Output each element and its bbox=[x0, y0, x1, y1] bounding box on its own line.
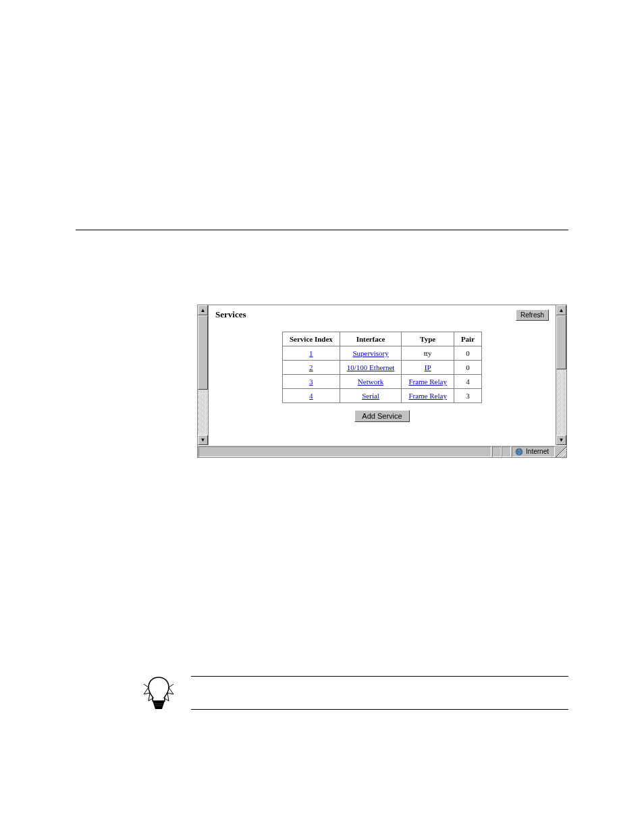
table-header-row: Service Index Interface Type Pair bbox=[282, 332, 481, 346]
status-text: Internet bbox=[526, 448, 549, 455]
services-table: Service Index Interface Type Pair 1 Supe… bbox=[282, 332, 482, 403]
refresh-button[interactable]: Refresh bbox=[516, 309, 549, 321]
pair-cell: 3 bbox=[466, 392, 470, 400]
pair-cell: 4 bbox=[466, 377, 470, 386]
type-link[interactable]: IP bbox=[425, 363, 431, 371]
note-rule-lines bbox=[191, 676, 568, 710]
status-cell bbox=[492, 446, 502, 457]
interface-link[interactable]: Supervisory bbox=[353, 349, 389, 357]
type-link[interactable]: Frame Relay bbox=[408, 377, 447, 386]
main-panel: Services Refresh Service Index Interface… bbox=[209, 305, 556, 445]
status-cell bbox=[502, 446, 511, 457]
pair-cell: 0 bbox=[466, 363, 470, 371]
interface-link[interactable]: 10/100 Ethernet bbox=[347, 363, 395, 371]
add-service-button[interactable]: Add Service bbox=[354, 410, 409, 422]
header-service-index: Service Index bbox=[282, 332, 340, 346]
svg-marker-2 bbox=[153, 701, 165, 709]
service-index-link[interactable]: 3 bbox=[309, 377, 313, 386]
scroll-down-icon[interactable]: ▼ bbox=[556, 435, 566, 445]
table-row: 1 Supervisory tty 0 bbox=[282, 346, 481, 361]
status-internet: Internet bbox=[512, 446, 555, 457]
scroll-track[interactable] bbox=[198, 315, 208, 435]
lightbulb-icon bbox=[140, 674, 178, 711]
service-index-link[interactable]: 2 bbox=[309, 363, 313, 371]
section-title: Services bbox=[215, 309, 246, 320]
interface-link[interactable]: Network bbox=[358, 377, 384, 386]
table-row: 4 Serial Frame Relay 3 bbox=[282, 389, 481, 403]
status-spacer bbox=[198, 446, 491, 457]
table-row: 3 Network Frame Relay 4 bbox=[282, 375, 481, 389]
resize-grip-icon[interactable] bbox=[556, 446, 566, 457]
pair-cell: 0 bbox=[466, 349, 470, 357]
divider-top bbox=[76, 230, 568, 230]
interface-link[interactable]: Serial bbox=[362, 392, 379, 400]
right-scrollbar[interactable]: ▲ ▼ bbox=[556, 305, 566, 445]
note-section bbox=[76, 674, 568, 711]
header-interface: Interface bbox=[340, 332, 402, 346]
scroll-up-icon[interactable]: ▲ bbox=[198, 305, 208, 315]
type-link[interactable]: Frame Relay bbox=[408, 392, 447, 400]
scroll-thumb[interactable] bbox=[198, 315, 208, 390]
type-cell: tty bbox=[424, 349, 432, 357]
scroll-down-icon[interactable]: ▼ bbox=[198, 435, 208, 445]
header-pair: Pair bbox=[454, 332, 481, 346]
status-bar: Internet bbox=[198, 445, 566, 457]
header-type: Type bbox=[402, 332, 454, 346]
service-index-link[interactable]: 1 bbox=[309, 349, 313, 357]
left-scrollbar[interactable]: ▲ ▼ bbox=[198, 305, 209, 445]
scroll-track[interactable] bbox=[556, 315, 566, 435]
services-window: ▲ ▼ Services Refresh Service Index bbox=[197, 305, 567, 458]
scroll-up-icon[interactable]: ▲ bbox=[556, 305, 566, 315]
service-index-link[interactable]: 4 bbox=[309, 392, 313, 400]
table-row: 2 10/100 Ethernet IP 0 bbox=[282, 361, 481, 375]
svg-point-0 bbox=[516, 448, 522, 455]
scroll-thumb[interactable] bbox=[556, 315, 566, 369]
globe-icon bbox=[515, 448, 523, 456]
